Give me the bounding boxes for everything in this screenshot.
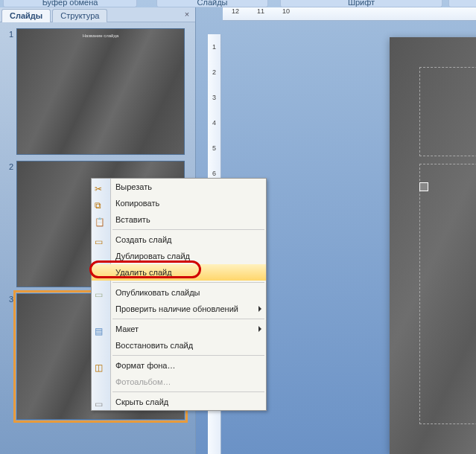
layout-icon [95, 323, 107, 335]
copy-icon [95, 197, 107, 209]
context-menu-separator [112, 355, 264, 356]
slide-thumbnail-1[interactable]: Название слайда [16, 28, 185, 155]
ribbon-group-extra [448, 0, 476, 7]
hide-slide-icon [95, 396, 107, 408]
menu-hide-slide[interactable]: Скрыть слайд [92, 394, 266, 410]
context-menu-separator [112, 391, 264, 392]
thumb-row-1: 1 Название слайда [4, 28, 191, 155]
paste-icon [95, 214, 107, 226]
new-slide-icon [95, 234, 107, 246]
cut-icon [95, 181, 107, 193]
thumb-number: 3 [4, 293, 13, 304]
title-placeholder[interactable] [419, 67, 476, 156]
slide-context-menu: Вырезать Копировать Вставить Создать сла… [91, 178, 267, 411]
menu-duplicate-slide[interactable]: Дублировать слайд [92, 248, 266, 264]
submenu-arrow-icon [258, 326, 261, 332]
ribbon-group-slides: Слайды [156, 0, 268, 7]
menu-copy[interactable]: Копировать [92, 195, 266, 211]
publish-icon [95, 287, 107, 298]
menu-paste[interactable]: Вставить [92, 211, 266, 228]
menu-publish-slides[interactable]: Опубликовать слайды [92, 284, 266, 301]
format-bg-icon [95, 359, 107, 371]
context-menu-separator [112, 229, 264, 230]
context-menu-separator [112, 319, 264, 319]
resize-handle[interactable] [419, 182, 428, 191]
ribbon-group-clipboard: Буфер обмена [3, 0, 137, 7]
pane-tabs: Слайды Структура × [0, 7, 195, 22]
menu-format-background[interactable]: Формат фона… [92, 357, 266, 374]
tab-structure[interactable]: Структура [52, 9, 107, 22]
thumb-title: Название слайда [83, 33, 119, 38]
content-placeholder[interactable] [419, 164, 476, 424]
menu-reset-slide[interactable]: Восстановить слайд [92, 337, 266, 354]
menu-layout[interactable]: Макет [92, 321, 266, 337]
menu-photoalbum: Фотоальбом… [92, 374, 266, 390]
menu-cut[interactable]: Вырезать [92, 179, 266, 195]
ribbon-group-labels: Буфер обмена Слайды Шрифт [0, 0, 476, 7]
menu-delete-slide[interactable]: Удалить слайд [92, 264, 266, 281]
menu-new-slide[interactable]: Создать слайд [92, 231, 266, 248]
close-pane-button[interactable]: × [182, 9, 192, 19]
thumb-number: 1 [4, 28, 13, 39]
thumb-number: 2 [4, 161, 13, 171]
context-menu-separator [112, 282, 264, 283]
horizontal-ruler: 121110 [223, 7, 476, 21]
slide-canvas[interactable] [390, 37, 476, 454]
menu-check-updates[interactable]: Проверить наличие обновлений [92, 301, 266, 317]
tab-slides[interactable]: Слайды [1, 9, 51, 22]
submenu-arrow-icon [258, 306, 261, 312]
ribbon-group-font: Шрифт [280, 0, 442, 7]
